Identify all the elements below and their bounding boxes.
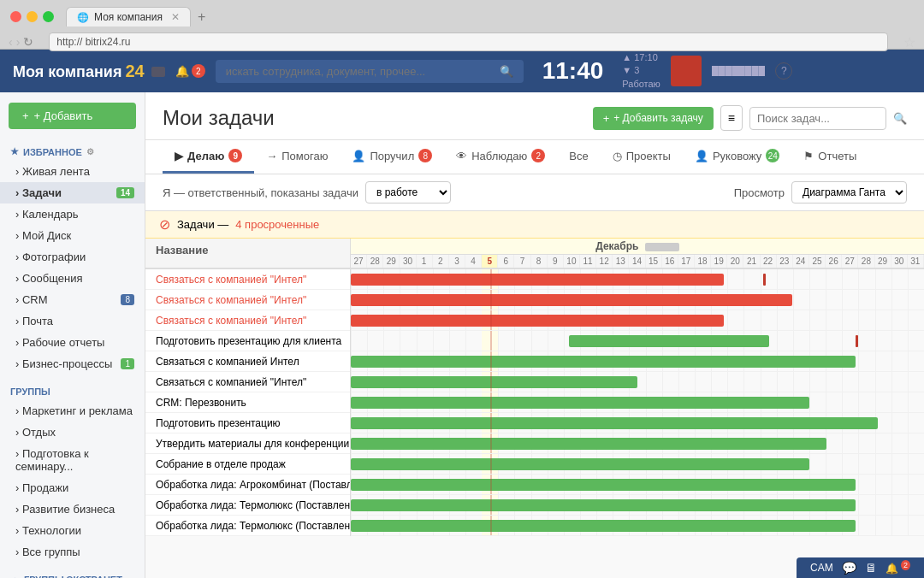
tab-close-icon[interactable]: ✕ <box>171 11 180 23</box>
search-tasks-icon[interactable]: 🔍 <box>893 112 907 125</box>
person-icon: 👤 <box>352 150 365 162</box>
gantt-day: 23 <box>777 255 793 268</box>
gantt-bar[interactable] <box>351 376 637 388</box>
browser-maximize-btn[interactable] <box>43 11 54 22</box>
notification-area[interactable]: 🔔 2 <box>175 64 205 78</box>
tab-delau[interactable]: ▶ Делаю 9 <box>163 140 254 174</box>
sidebar-item-photos[interactable]: › Фотографии <box>0 246 145 268</box>
view-toggle-button[interactable]: ≡ <box>720 105 743 131</box>
sidebar-item-business[interactable]: › Развитие бизнеса <box>0 498 145 520</box>
sidebar-item-sales[interactable]: › Продажи <box>0 477 145 498</box>
browser-minimize-btn[interactable] <box>27 11 38 22</box>
view-mode-select[interactable]: Диаграмма Ганта Список Плитка <box>791 181 907 203</box>
add-task-button[interactable]: + + Добавить задачу <box>593 107 714 130</box>
gantt-day: 20 <box>727 255 743 268</box>
gantt-day: 21 <box>743 255 760 268</box>
gantt-bar[interactable] <box>351 356 856 368</box>
gantt-bar[interactable] <box>351 274 724 286</box>
sidebar-item-tech[interactable]: › Технологии <box>0 520 145 541</box>
sidebar-item-feed[interactable]: › Живая лента <box>0 161 145 182</box>
gantt-task-name[interactable]: Связаться с компанией "Интел" <box>145 372 350 392</box>
sidebar-item-messages[interactable]: › Сообщения <box>0 268 145 289</box>
gantt-bar[interactable] <box>569 335 770 347</box>
browser-tab[interactable]: 🌐 Моя компания ✕ <box>66 7 191 27</box>
search-input[interactable] <box>226 65 493 78</box>
sidebar-item-label: › Фотографии <box>15 251 86 263</box>
overdue-link[interactable]: 4 просроченные <box>235 218 319 231</box>
month-label: Декабрь <box>595 240 638 252</box>
sidebar-item-mail[interactable]: › Почта <box>0 310 145 332</box>
sidebar-item-seminar[interactable]: › Подготовка к семинару... <box>0 443 145 477</box>
notif-icon[interactable]: 🔔 2 <box>886 561 910 575</box>
gantt-bar[interactable] <box>351 417 878 429</box>
gantt-task-name[interactable]: Утвердить материалы для конференции <box>145 434 350 454</box>
search-tasks-input[interactable] <box>749 107 886 130</box>
gantt-task-name[interactable]: Связаться с компанией Интел <box>145 351 350 372</box>
tab-otchety[interactable]: ⚑ Отчеты <box>791 141 868 174</box>
back-btn[interactable]: ‹ <box>9 35 13 49</box>
tab-pomogau[interactable]: → Помогаю <box>254 141 340 174</box>
sidebar-item-bizproc[interactable]: › Бизнес-процессы 1 <box>0 353 145 375</box>
search-bar[interactable]: 🔍 <box>216 60 524 83</box>
gantt-task-name[interactable]: Связаться с компанией "Интел" <box>145 290 350 310</box>
sidebar-item-label: › Все группы <box>15 546 80 558</box>
tab-rukovozhu[interactable]: 👤 Руковожу 24 <box>683 140 791 174</box>
tab-poruchil[interactable]: 👤 Поручил 8 <box>340 140 444 174</box>
header-actions: + + Добавить задачу ≡ 🔍 <box>593 105 907 131</box>
reload-btn[interactable]: ↻ <box>23 35 33 49</box>
tab-badge-poruchil: 8 <box>418 149 432 162</box>
new-tab-btn[interactable]: + <box>198 9 205 25</box>
gantt-bar[interactable] <box>351 294 792 306</box>
sidebar-item-marketing[interactable]: › Маркетинг и реклама <box>0 400 145 422</box>
tab-proekty[interactable]: ◷ Проекты <box>601 141 683 174</box>
gantt-task-name[interactable]: Подготовить презентацию для клиента <box>145 331 350 351</box>
bookmark-icon[interactable]: ☆ <box>903 34 915 50</box>
gantt-day: 2 <box>433 255 449 268</box>
gantt-bar[interactable] <box>351 438 826 450</box>
sidebar-item-all-groups[interactable]: › Все группы <box>0 541 145 563</box>
tab-vse[interactable]: Все <box>557 141 600 174</box>
screen-icon[interactable]: 🖥 <box>865 561 877 575</box>
gantt-day: 10 <box>564 255 580 268</box>
gantt-bar[interactable] <box>351 499 856 511</box>
add-button[interactable]: + + Добавить <box>9 103 136 129</box>
gantt-task-name[interactable]: Собрание в отделе продаж <box>145 454 350 475</box>
gantt-task-name[interactable]: Обработка лида: Агрокомбинат (Поставлена… <box>145 475 350 495</box>
gantt-bar[interactable] <box>351 520 856 532</box>
sidebar-item-rest[interactable]: › Отдых <box>0 422 145 443</box>
gantt-bar[interactable] <box>351 479 856 491</box>
sidebar-item-reports[interactable]: › Рабочие отчеты <box>0 332 145 353</box>
gantt-task-name[interactable]: Связаться с компанией "Интел" <box>145 269 350 290</box>
chat-icon[interactable]: 💬 <box>842 561 856 575</box>
gantt-task-name[interactable]: Обработка лида: Термолюкс (Поставлена из… <box>145 516 350 536</box>
gantt-bar-row <box>351 434 924 454</box>
gantt-deadline-marker <box>763 274 766 286</box>
gantt-bar[interactable] <box>351 397 809 409</box>
filter-status-select[interactable]: в работе завершено все <box>365 181 451 203</box>
bizproc-badge: 1 <box>121 358 134 369</box>
gantt-day: 11 <box>580 255 596 268</box>
favorites-settings-icon[interactable]: ⚙ <box>86 147 94 156</box>
gantt-bar[interactable] <box>351 458 809 470</box>
forward-btn[interactable]: › <box>16 35 21 49</box>
sidebar-item-disk[interactable]: › Мой Диск <box>0 225 145 246</box>
user-avatar[interactable] <box>671 56 702 86</box>
gantt-today-line <box>490 372 492 392</box>
month-year <box>645 243 679 251</box>
sidebar-item-crm[interactable]: › CRM 8 <box>0 289 145 310</box>
gantt-bar[interactable] <box>351 315 724 327</box>
sidebar-item-calendar[interactable]: › Календарь <box>0 203 145 225</box>
extranet-label: ГРУППЫ ЭКСТРАНЕТ <box>24 575 122 578</box>
gantt-task-name[interactable]: Обработка лида: Термолюкс (Поставлена из… <box>145 495 350 516</box>
browser-close-btn[interactable] <box>10 11 21 22</box>
gantt-day: 17 <box>678 255 695 268</box>
tab-nabludau[interactable]: 👁 Наблюдаю 2 <box>444 140 557 174</box>
url-bar[interactable]: http:// bitrix24.ru <box>49 32 888 51</box>
sidebar-item-label: › Живая лента <box>15 165 90 178</box>
gantt-task-name[interactable]: CRM: Перезвонить <box>145 392 350 413</box>
gantt-task-name[interactable]: Подготовить презентацию <box>145 413 350 434</box>
gantt-day: 14 <box>629 255 645 268</box>
sidebar-item-tasks[interactable]: › Задачи 14 <box>0 182 145 203</box>
help-btn[interactable]: ? <box>775 62 792 80</box>
gantt-task-name[interactable]: Связаться с компанией "Интел" <box>145 310 350 331</box>
